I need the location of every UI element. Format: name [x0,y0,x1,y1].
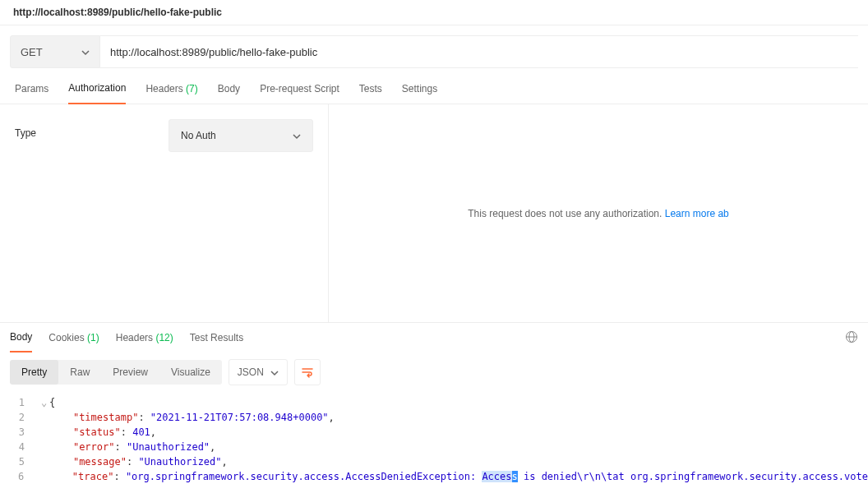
tab-prerequest-label: Pre-request Script [260,83,339,94]
line-number: 6 [0,469,40,484]
tab-params-label: Params [15,83,48,94]
resp-tab-cookies-label: Cookies [48,332,84,343]
code-line: 5 "message": "Unauthorized", [0,454,868,469]
code-token: "2021-11-21T07:57:08.948+0000" [150,412,329,423]
authorization-panel: Type No Auth This request does not use a… [0,104,868,323]
http-method-select[interactable]: GET [10,35,100,68]
line-number: 5 [0,454,41,469]
auth-type-select[interactable]: No Auth [169,119,313,152]
auth-type-label: Type [15,119,159,139]
globe-icon[interactable] [845,330,858,346]
code-selection: Acces [482,471,511,482]
resp-tab-body[interactable]: Body [10,323,32,352]
response-tabs: Body Cookies (1) Headers (12) Test Resul… [0,323,868,352]
line-number: 3 [0,425,41,440]
http-method-label: GET [21,46,81,58]
view-pretty[interactable]: Pretty [10,360,58,385]
resp-tab-body-label: Body [10,331,32,343]
chevron-down-icon [293,131,301,140]
request-title: http://localhost:8989/public/hello-fake-… [0,0,868,25]
code-line: 3 "status": 401, [0,425,868,440]
response-view-controls: Pretty Raw Preview Visualize JSON [0,352,868,392]
tab-headers-label: Headers [145,83,182,94]
auth-description: This request does not use any authorizat… [329,104,868,322]
tab-settings-label: Settings [402,83,437,94]
resp-tab-headers-count: (12) [155,332,173,343]
auth-type-row: Type No Auth [0,104,329,322]
learn-more-link[interactable]: Learn more ab [665,208,729,219]
code-token: 401 [132,426,150,438]
code-token: "timestamp" [73,412,138,423]
view-raw[interactable]: Raw [58,360,101,385]
resp-tab-testresults[interactable]: Test Results [190,323,243,352]
line-number: 2 [0,410,41,425]
response-format-select[interactable]: JSON [229,359,288,385]
code-token: "error" [73,441,115,453]
code-line: 6 "trace": "org.springframework.security… [0,469,868,484]
code-token: "Unauthorized" [127,441,210,453]
code-line: 2 "timestamp": "2021-11-21T07:57:08.948+… [0,410,868,425]
tab-params[interactable]: Params [15,73,48,104]
code-token: "message" [73,456,127,468]
code-line: 1⌄{ [0,395,868,410]
view-mode-segment: Pretty Raw Preview Visualize [10,360,222,385]
view-visualize[interactable]: Visualize [159,360,222,385]
view-preview[interactable]: Preview [101,360,159,385]
tab-prerequest[interactable]: Pre-request Script [260,73,339,104]
code-cursor: s [512,471,518,482]
code-token: is denied\r\n\tat org.springframework.se… [518,471,868,482]
auth-type-value: No Auth [181,130,293,141]
tab-headers-count: (7) [186,83,198,94]
resp-tab-cookies[interactable]: Cookies (1) [48,323,99,352]
code-token: "trace" [72,471,114,482]
chevron-down-icon [81,48,90,56]
resp-tab-headers-label: Headers [116,332,153,343]
line-number: 1 [0,395,41,410]
line-number: 4 [0,440,41,454]
code-token: "org.springframework.security.access.Acc… [126,471,482,482]
code-token: { [49,397,55,408]
tab-body-label: Body [218,83,240,94]
tab-settings[interactable]: Settings [402,73,437,104]
tab-body[interactable]: Body [218,73,240,104]
wrap-lines-button[interactable] [294,359,321,385]
request-row: GET [10,35,858,68]
response-body[interactable]: 1⌄{ 2 "timestamp": "2021-11-21T07:57:08.… [0,392,868,487]
code-line: 4 "error": "Unauthorized", [0,440,868,454]
resp-tab-cookies-count: (1) [87,332,99,343]
tab-authorization-label: Authorization [68,82,126,94]
request-url-input[interactable] [100,35,858,68]
request-tabs: Params Authorization Headers (7) Body Pr… [0,73,868,104]
code-token: "status" [73,426,121,438]
tab-headers[interactable]: Headers (7) [145,73,197,104]
auth-message-text: This request does not use any authorizat… [468,208,664,219]
resp-tab-headers[interactable]: Headers (12) [116,323,173,352]
auth-message: This request does not use any authorizat… [468,208,729,219]
tab-tests-label: Tests [359,83,382,94]
response-format-value: JSON [238,366,264,378]
code-token: "Unauthorized" [138,456,221,468]
resp-tab-testresults-label: Test Results [190,332,243,343]
tab-tests[interactable]: Tests [359,73,382,104]
tab-authorization[interactable]: Authorization [68,73,126,104]
request-title-text: http://localhost:8989/public/hello-fake-… [13,7,222,18]
chevron-down-icon [270,368,279,376]
